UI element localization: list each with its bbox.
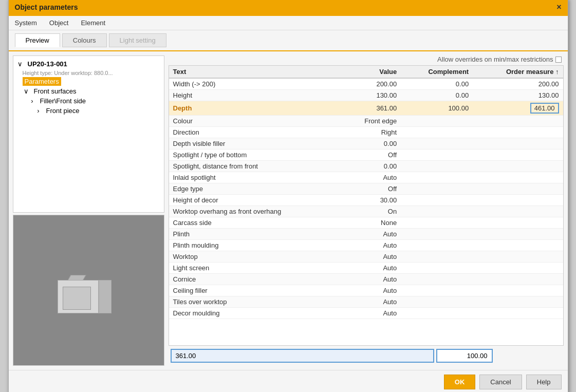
parameters-table: Text Value Complement Order measure Widt… — [169, 66, 563, 319]
tree-root-subtitle: Height type: Under worktop: 880.0... — [16, 69, 161, 77]
main-value-input[interactable] — [171, 349, 434, 363]
table-row[interactable]: Spotlight / type of bottomOff — [169, 150, 563, 161]
col-order-measure: Order measure — [473, 66, 563, 78]
filler-expand-icon: › — [29, 97, 36, 105]
restrictions-label: Allow overrides on min/max restrictions — [437, 55, 553, 63]
tree-parameters-label[interactable]: Parameters — [23, 77, 61, 86]
right-panel: Allow overrides on min/max restrictions … — [169, 55, 564, 366]
tree-front-piece[interactable]: › Front piece — [16, 106, 161, 116]
table-row[interactable]: CorniceAuto — [169, 274, 563, 285]
col-value: Value — [341, 66, 401, 78]
cancel-button[interactable]: Cancel — [479, 375, 522, 389]
tree-area[interactable]: ∨ UP20-13-001 Height type: Under worktop… — [13, 55, 164, 213]
table-header-row: Text Value Complement Order measure — [169, 66, 563, 78]
table-row[interactable]: Spotlight, distance from front0.00 — [169, 161, 563, 172]
tab-preview[interactable]: Preview — [15, 33, 60, 47]
title-bar: Object parameters × — [9, 0, 568, 16]
menu-bar: System Object Element — [9, 16, 568, 30]
dialog-title: Object parameters — [15, 3, 78, 11]
table-row[interactable]: Tiles over worktopAuto — [169, 296, 563, 308]
tab-colours[interactable]: Colours — [62, 33, 107, 47]
tree-parameters[interactable]: Parameters — [16, 77, 161, 86]
table-row[interactable]: Height of decor30.00 — [169, 195, 563, 206]
restrictions-checkbox[interactable] — [555, 57, 562, 63]
table-row[interactable]: Height130.000.00130.00 — [169, 90, 563, 101]
parameters-table-container[interactable]: Text Value Complement Order measure Widt… — [169, 65, 564, 346]
collapse-icon: ∨ — [16, 60, 24, 68]
col-complement: Complement — [401, 66, 473, 78]
tabs-bar: Preview Colours Light setting — [9, 30, 568, 51]
cabinet-preview — [55, 267, 122, 313]
tree-front-surfaces-label[interactable]: Front surfaces — [32, 87, 79, 96]
order-measure-spacer — [495, 349, 562, 363]
table-row[interactable]: Decor mouldingAuto — [169, 308, 563, 319]
object-parameters-dialog: Object parameters × System Object Elemen… — [8, 0, 568, 392]
left-panel: ∨ UP20-13-001 Height type: Under worktop… — [13, 55, 164, 366]
front-piece-expand-icon: › — [35, 107, 42, 115]
table-row[interactable]: ColourFront edge — [169, 116, 563, 127]
table-row[interactable]: Light screenAuto — [169, 263, 563, 274]
table-row[interactable]: WorktopAuto — [169, 251, 563, 263]
tree-front-surfaces[interactable]: ∨ Front surfaces — [16, 86, 161, 96]
help-button[interactable]: Help — [526, 375, 562, 389]
bottom-bar: OK Cancel Help — [9, 370, 568, 392]
front-surfaces-expand-icon: ∨ — [23, 87, 30, 95]
table-row[interactable]: DirectionRight — [169, 127, 563, 138]
input-row — [169, 346, 564, 366]
restrictions-row: Allow overrides on min/max restrictions — [169, 55, 564, 65]
content-area: ∨ UP20-13-001 Height type: Under worktop… — [9, 51, 568, 370]
complement-input[interactable] — [436, 349, 493, 363]
tree-front-piece-label[interactable]: Front piece — [44, 106, 82, 115]
table-row[interactable]: Ceiling fillerAuto — [169, 285, 563, 296]
ok-button[interactable]: OK — [444, 375, 476, 389]
menu-system[interactable]: System — [13, 18, 39, 28]
col-text: Text — [169, 66, 341, 78]
table-row[interactable]: Inlaid spotlightAuto — [169, 172, 563, 183]
menu-element[interactable]: Element — [79, 18, 107, 28]
table-row[interactable]: Depth visible filler0.00 — [169, 138, 563, 150]
tab-light-setting: Light setting — [109, 33, 166, 47]
menu-object[interactable]: Object — [47, 18, 71, 28]
preview-area — [13, 215, 164, 366]
table-row[interactable]: Edge typeOff — [169, 183, 563, 195]
tree-root: ∨ UP20-13-001 — [16, 59, 161, 69]
table-row[interactable]: Depth361.00100.00461.00 — [169, 101, 563, 116]
tree-filler-label[interactable]: Filler\Front side — [38, 97, 88, 105]
close-button[interactable]: × — [556, 3, 561, 12]
tree-filler-front-side[interactable]: › Filler\Front side — [16, 96, 161, 106]
table-row[interactable]: Plinth mouldingAuto — [169, 240, 563, 251]
table-row[interactable]: PlinthAuto — [169, 229, 563, 240]
table-row[interactable]: Width (-> 200)200.000.00200.00 — [169, 78, 563, 90]
table-row[interactable]: Carcass sideNone — [169, 217, 563, 229]
tree-root-label[interactable]: UP20-13-001 — [26, 60, 69, 68]
table-row[interactable]: Worktop overhang as front overhangOn — [169, 206, 563, 217]
